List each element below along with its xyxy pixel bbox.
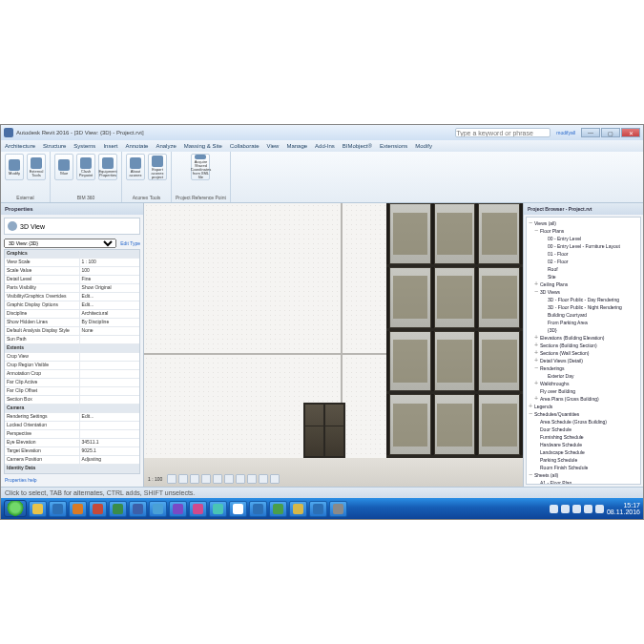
ribbon-tab[interactable]: Insert — [103, 143, 117, 149]
tree-node[interactable]: +Walkthroughs — [527, 380, 640, 387]
ribbon-tab[interactable]: View — [267, 143, 280, 149]
3d-view-canvas[interactable]: 1 : 100 — [144, 203, 524, 487]
tree-node[interactable]: +Legends — [527, 403, 640, 410]
tree-node[interactable]: Exterior Day — [527, 372, 640, 380]
property-row[interactable]: Crop View — [5, 353, 139, 362]
lock-view-icon[interactable] — [247, 474, 257, 484]
ribbon-tab[interactable]: Modify — [415, 143, 432, 149]
property-row[interactable]: Rendering SettingsEdit... — [5, 413, 139, 422]
property-row[interactable]: Show Hidden LinesBy Discipline — [5, 319, 139, 327]
taskbar-app-button[interactable] — [329, 501, 347, 517]
tree-node[interactable]: Area Schedule (Gross Building) — [527, 418, 640, 426]
ribbon-tab[interactable]: Analyze — [156, 143, 176, 149]
tree-node[interactable]: +Detail Views (Detail) — [527, 357, 640, 364]
taskbar-app-button[interactable] — [289, 501, 307, 517]
property-row[interactable]: Eye Elevation34511.1 — [5, 439, 139, 447]
tree-node[interactable]: Building Courtyard — [527, 311, 640, 319]
tree-node[interactable]: +Elevations (Building Elevation) — [527, 334, 640, 342]
ribbon-tab[interactable]: Structure — [43, 143, 66, 149]
property-row[interactable]: View Template — [5, 473, 139, 474]
instance-selector[interactable]: 3D View: {3D} — [4, 239, 116, 248]
taskbar-app-button[interactable] — [189, 501, 207, 517]
property-row[interactable]: Visibility/Graphics OverridesEdit... — [5, 293, 139, 301]
ribbon-tab[interactable]: Manage — [286, 143, 307, 149]
tree-node[interactable]: 00 - Entry Level — [527, 235, 640, 242]
taskbar-app-button[interactable] — [229, 501, 247, 517]
tree-node[interactable]: 3D - Floor Public - Night Rendering — [527, 303, 640, 311]
tree-node[interactable]: Landscape Schedule — [527, 448, 640, 456]
property-row[interactable]: Section Box — [5, 396, 139, 405]
ribbon-tab[interactable]: Collaborate — [230, 143, 260, 149]
tree-node[interactable]: +Sections (Wall Section) — [527, 349, 640, 357]
tree-node[interactable]: Furnishing Schedule — [527, 433, 640, 441]
tree-node[interactable]: 00 - Entry Level - Furniture Layout — [527, 242, 640, 250]
property-row[interactable]: Sun Path — [5, 336, 139, 344]
ribbon-tab[interactable]: Add-Ins — [315, 143, 335, 149]
reveal-hidden-icon[interactable] — [270, 474, 280, 484]
taskbar-app-button[interactable] — [29, 501, 47, 517]
tree-node[interactable]: −Sheets (all) — [527, 471, 640, 479]
property-row[interactable]: Perspective — [5, 430, 139, 439]
tree-node[interactable]: 3D - Floor Public - Day Rendering — [527, 296, 640, 303]
hide-isolate-icon[interactable] — [259, 474, 268, 484]
tree-node[interactable]: Roof — [527, 265, 640, 273]
properties-help-link[interactable]: Properties help — [1, 477, 143, 487]
edit-type-link[interactable]: Edit Type — [120, 240, 140, 246]
tree-node[interactable]: 02 - Floor — [527, 258, 640, 265]
tray-icon[interactable] — [572, 505, 581, 513]
ribbon-button[interactable]: About aconex — [126, 154, 145, 180]
taskbar-app-button[interactable] — [249, 501, 267, 517]
tree-node[interactable]: −Renderings — [527, 364, 640, 372]
tray-icon[interactable] — [584, 505, 592, 513]
shadows-icon[interactable] — [201, 474, 211, 484]
maximize-button[interactable]: ▢ — [601, 128, 620, 137]
user-label[interactable]: modifyall — [556, 130, 575, 135]
tree-node[interactable]: Site — [527, 273, 640, 280]
tree-node[interactable]: 01 - Floor — [527, 250, 640, 258]
ribbon-button[interactable]: Equipment Properties — [98, 154, 117, 180]
property-row[interactable]: Camera PositionAdjusting — [5, 456, 139, 465]
tree-node[interactable]: −3D Views — [527, 288, 640, 296]
property-row[interactable]: Far Clip Active — [5, 379, 139, 387]
ribbon-button[interactable]: Clash Pinpoint — [76, 154, 95, 180]
ribbon-tab[interactable]: Extensions — [380, 143, 407, 149]
tree-node[interactable]: +Sections (Building Section) — [527, 342, 640, 349]
taskbar-app-button[interactable] — [129, 501, 147, 517]
scale-display[interactable]: 1 : 100 — [148, 476, 162, 482]
tray-icon[interactable] — [595, 505, 604, 513]
property-row[interactable]: Crop Region Visible — [5, 362, 139, 370]
taskbar-app-button[interactable] — [89, 501, 107, 517]
close-button[interactable]: ✕ — [621, 128, 640, 137]
visual-style-icon[interactable] — [178, 474, 188, 484]
property-row[interactable]: Parts VisibilityShow Original — [5, 284, 139, 293]
property-row[interactable]: View Scale1 : 100 — [5, 259, 139, 267]
property-row[interactable]: Detail LevelFine — [5, 276, 139, 284]
property-row[interactable]: DisciplineArchitectural — [5, 310, 139, 319]
tree-node[interactable]: Hardware Schedule — [527, 441, 640, 448]
ribbon-tab[interactable]: Massing & Site — [184, 143, 222, 149]
ribbon-button[interactable]: External Tools — [27, 154, 46, 180]
tree-node[interactable]: A1 - Floor Plan — [527, 479, 640, 485]
ribbon-button[interactable]: Acquire Shared Coordinates from XML file — [191, 154, 210, 180]
taskbar-app-button[interactable] — [209, 501, 227, 517]
property-row[interactable]: Annotation Crop — [5, 370, 139, 379]
taskbar-clock[interactable]: 15:17 08.11.2016 — [607, 502, 640, 515]
crop-view-icon[interactable] — [224, 474, 234, 484]
tree-node[interactable]: −Schedules/Quantities — [527, 410, 640, 418]
property-row[interactable]: Locked Orientation — [5, 422, 139, 430]
ribbon-button[interactable]: Modify — [5, 154, 24, 180]
tree-node[interactable]: Parking Schedule — [527, 456, 640, 464]
taskbar-app-button[interactable] — [149, 501, 167, 517]
property-row[interactable]: Scale Value100 — [5, 267, 139, 276]
minimize-button[interactable]: — — [581, 128, 600, 137]
ribbon-button[interactable]: Glue — [54, 154, 73, 180]
taskbar-app-button[interactable] — [169, 501, 187, 517]
tree-node[interactable]: Room Finish Schedule — [527, 464, 640, 471]
render-icon[interactable] — [213, 474, 222, 484]
taskbar-app-button[interactable] — [269, 501, 287, 517]
taskbar-app-button[interactable] — [109, 501, 127, 517]
help-search-input[interactable] — [455, 128, 551, 137]
tree-node[interactable]: From Parking Area — [527, 319, 640, 326]
property-row[interactable]: Graphic Display OptionsEdit... — [5, 301, 139, 310]
start-button[interactable] — [4, 500, 27, 517]
